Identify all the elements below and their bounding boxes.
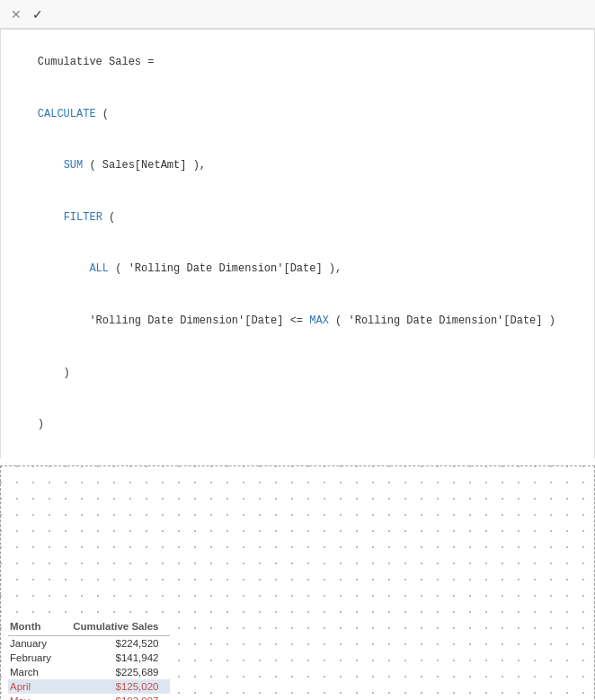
table-row: May$193,997	[8, 694, 170, 701]
cell-month: April	[8, 679, 71, 694]
code-line-6: 'Rolling Date Dimension'[Date] <= MAX ( …	[12, 296, 583, 348]
data-table: Month Cumulative Sales January$224,520Fe…	[8, 619, 170, 701]
code-line-2: CALCULATE (	[12, 89, 583, 141]
table-row: February$141,942	[8, 651, 170, 665]
col-sales-header: Cumulative Sales	[71, 619, 169, 636]
table-row: January$224,520	[8, 635, 170, 651]
cell-month: May	[8, 694, 71, 701]
code-line-4: FILTER (	[12, 192, 583, 244]
confirm-button[interactable]: ✓	[29, 5, 47, 23]
cell-month: January	[8, 635, 71, 651]
cancel-button[interactable]: ✕	[7, 5, 25, 23]
cell-value: $193,997	[71, 694, 169, 701]
table-row: April$125,020	[8, 679, 170, 694]
toolbar: ✕ ✓	[0, 0, 595, 29]
code-line-7: )	[12, 347, 583, 399]
col-month-header: Month	[8, 619, 71, 636]
cell-value: $141,942	[71, 651, 169, 665]
cell-value: $224,520	[71, 635, 169, 651]
code-line-1: Cumulative Sales =	[12, 37, 583, 89]
cell-value: $225,689	[71, 665, 169, 679]
table-row: March$225,689	[8, 665, 170, 679]
canvas-area: Month Cumulative Sales January$224,520Fe…	[0, 465, 595, 701]
code-line-5: ALL ( 'Rolling Date Dimension'[Date] ),	[12, 244, 583, 296]
cell-value: $125,020	[71, 679, 169, 694]
code-line-3: SUM ( Sales[NetAmt] ),	[12, 140, 583, 192]
data-table-container: Month Cumulative Sales January$224,520Fe…	[8, 619, 170, 701]
code-editor[interactable]: Cumulative Sales = CALCULATE ( SUM ( Sal…	[0, 29, 595, 458]
code-line-8: )	[12, 399, 583, 451]
cell-month: February	[8, 651, 71, 665]
cell-month: March	[8, 665, 71, 679]
